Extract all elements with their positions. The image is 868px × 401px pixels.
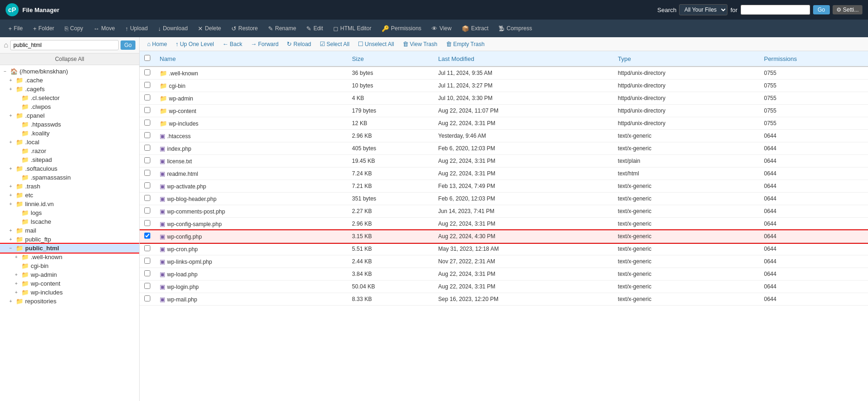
- forward-button[interactable]: → Forward: [247, 39, 282, 49]
- row-name[interactable]: ▣wp-load.php: [155, 268, 347, 281]
- table-row[interactable]: ▣readme.html 7.24 KB Aug 22, 2024, 3:31 …: [140, 167, 868, 180]
- row-checkbox[interactable]: [140, 142, 155, 155]
- table-row[interactable]: ▣wp-config.php 3.15 KB Aug 22, 2024, 4:3…: [140, 230, 868, 243]
- restore-button[interactable]: ↺ Restore: [227, 23, 262, 34]
- row-name[interactable]: 📁.well-known: [155, 67, 347, 80]
- html-editor-button[interactable]: ◻ HTML Editor: [329, 23, 376, 34]
- rename-button[interactable]: ✎ Rename: [263, 23, 301, 34]
- new-file-button[interactable]: + File: [4, 23, 27, 34]
- tree-item-etc[interactable]: + 📁 etc: [0, 191, 139, 200]
- row-checkbox[interactable]: [140, 243, 155, 255]
- tree-item-well-known[interactable]: + 📁 .well-known: [0, 253, 139, 261]
- empty-trash-button[interactable]: 🗑 Empty Trash: [442, 39, 488, 49]
- tree-item-lscache[interactable]: 📁 lscache: [0, 217, 139, 226]
- tree-item-public-ftp[interactable]: + 📁 public_ftp: [0, 235, 139, 244]
- row-name[interactable]: 📁cgi-bin: [155, 80, 347, 92]
- name-column-header[interactable]: Name: [155, 51, 347, 67]
- row-name[interactable]: ▣.htaccess: [155, 130, 347, 142]
- tree-item-public-html[interactable]: − 📁 public_html: [0, 244, 139, 253]
- row-checkbox[interactable]: [140, 67, 155, 80]
- row-checkbox[interactable]: [140, 268, 155, 281]
- search-go-button[interactable]: Go: [813, 5, 830, 14]
- row-name[interactable]: ▣wp-blog-header.php: [155, 193, 347, 205]
- row-name[interactable]: ▣wp-cron.php: [155, 243, 347, 255]
- table-row[interactable]: ▣wp-cron.php 5.51 KB May 31, 2023, 12:18…: [140, 243, 868, 255]
- row-name[interactable]: ▣wp-activate.php: [155, 180, 347, 193]
- row-name[interactable]: 📁wp-content: [155, 105, 347, 117]
- edit-button[interactable]: ✎ Edit: [302, 23, 328, 34]
- search-scope-select[interactable]: All Your Files: [679, 4, 727, 15]
- tree-item-root[interactable]: − 🏠 (/home/bknskhan): [0, 67, 139, 76]
- tree-item-wp-admin[interactable]: + 📁 wp-admin: [0, 270, 139, 279]
- reload-button[interactable]: ↻ Reload: [283, 39, 315, 49]
- row-checkbox[interactable]: [140, 205, 155, 218]
- row-checkbox[interactable]: [140, 105, 155, 117]
- table-row[interactable]: ▣wp-blog-header.php 351 bytes Feb 6, 202…: [140, 193, 868, 205]
- row-checkbox[interactable]: [140, 80, 155, 92]
- row-checkbox[interactable]: [140, 167, 155, 180]
- unselect-all-button[interactable]: ☐ Unselect All: [354, 39, 398, 49]
- tree-item-cgi-bin[interactable]: 📁 cgi-bin: [0, 261, 139, 270]
- table-row[interactable]: ▣wp-config-sample.php 2.96 KB Aug 22, 20…: [140, 218, 868, 230]
- path-go-button[interactable]: Go: [121, 40, 135, 50]
- table-row[interactable]: ▣wp-links-opml.php 2.44 KB Nov 27, 2022,…: [140, 255, 868, 268]
- table-row[interactable]: 📁wp-includes 12 KB Aug 22, 2024, 3:31 PM…: [140, 117, 868, 130]
- row-checkbox[interactable]: [140, 180, 155, 193]
- tree-item-wp-includes[interactable]: + 📁 wp-includes: [0, 288, 139, 297]
- row-name[interactable]: ▣wp-login.php: [155, 281, 347, 293]
- download-button[interactable]: ↓ Download: [153, 23, 192, 34]
- size-column-header[interactable]: Size: [347, 51, 433, 67]
- view-trash-button[interactable]: 🗑 View Trash: [399, 39, 441, 49]
- tree-item-local[interactable]: + 📁 .local: [0, 138, 139, 147]
- tree-item-koality[interactable]: 📁 .koality: [0, 129, 139, 138]
- tree-item-htpasswds[interactable]: 📁 .htpasswds: [0, 120, 139, 129]
- up-one-level-button[interactable]: ↑ Up One Level: [172, 39, 218, 49]
- row-checkbox[interactable]: [140, 230, 155, 243]
- tree-item-repositories[interactable]: + 📁 repositories: [0, 297, 139, 306]
- table-row[interactable]: 📁.well-known 36 bytes Jul 11, 2024, 9:35…: [140, 67, 868, 80]
- table-row[interactable]: 📁wp-admin 4 KB Jul 10, 2024, 3:30 PM htt…: [140, 92, 868, 105]
- collapse-all-button[interactable]: Collapse All: [0, 53, 139, 65]
- new-folder-button[interactable]: + Folder: [28, 23, 59, 34]
- tree-item-sitepad[interactable]: 📁 .sitepad: [0, 155, 139, 164]
- tree-item-mail[interactable]: + 📁 mail: [0, 226, 139, 235]
- table-row[interactable]: ▣wp-comments-post.php 2.27 KB Jun 14, 20…: [140, 205, 868, 218]
- row-name[interactable]: ▣index.php: [155, 142, 347, 155]
- tree-item-cpanel[interactable]: + 📁 .cpanel: [0, 111, 139, 120]
- view-button[interactable]: 👁 View: [427, 23, 456, 34]
- row-name[interactable]: ▣wp-config.php: [155, 230, 347, 243]
- search-input[interactable]: [740, 5, 810, 15]
- back-button[interactable]: ← Back: [219, 39, 246, 49]
- table-row[interactable]: 📁wp-content 179 bytes Aug 22, 2024, 11:0…: [140, 105, 868, 117]
- table-row[interactable]: ▣wp-activate.php 7.21 KB Feb 13, 2024, 7…: [140, 180, 868, 193]
- path-input[interactable]: [10, 40, 119, 50]
- table-row[interactable]: ▣license.txt 19.45 KB Aug 22, 2024, 3:31…: [140, 155, 868, 167]
- row-name[interactable]: ▣license.txt: [155, 155, 347, 167]
- tree-item-wp-content[interactable]: + 📁 wp-content: [0, 279, 139, 288]
- tree-item-linnie[interactable]: + 📁 linnie.id.vn: [0, 200, 139, 208]
- permissions-button[interactable]: 🔑 Permissions: [377, 23, 426, 34]
- tree-item-cache[interactable]: + 📁 .cache: [0, 76, 139, 85]
- row-checkbox[interactable]: [140, 92, 155, 105]
- tree-item-clwpos[interactable]: 📁 .clwpos: [0, 102, 139, 111]
- tree-item-spamassassin[interactable]: 📁 .spamassassin: [0, 173, 139, 182]
- table-row[interactable]: ▣wp-login.php 50.04 KB Aug 22, 2024, 3:3…: [140, 281, 868, 293]
- tree-item-trash[interactable]: + 📁 .trash: [0, 182, 139, 191]
- row-name[interactable]: ▣wp-comments-post.php: [155, 205, 347, 218]
- row-checkbox[interactable]: [140, 117, 155, 130]
- upload-button[interactable]: ↑ Upload: [121, 23, 153, 34]
- table-row[interactable]: ▣index.php 405 bytes Feb 6, 2020, 12:03 …: [140, 142, 868, 155]
- row-name[interactable]: 📁wp-includes: [155, 117, 347, 130]
- tree-item-logs[interactable]: 📁 logs: [0, 208, 139, 217]
- table-row[interactable]: ▣wp-mail.php 8.33 KB Sep 16, 2023, 12:20…: [140, 293, 868, 306]
- row-name[interactable]: ▣wp-links-opml.php: [155, 255, 347, 268]
- row-checkbox[interactable]: [140, 281, 155, 293]
- table-row[interactable]: ▣wp-load.php 3.84 KB Aug 22, 2024, 3:31 …: [140, 268, 868, 281]
- extract-button[interactable]: 📦 Extract: [457, 23, 493, 34]
- copy-button[interactable]: ⎘ Copy: [60, 23, 88, 34]
- row-checkbox[interactable]: [140, 293, 155, 306]
- tree-item-softaculous[interactable]: + 📁 .softaculous: [0, 164, 139, 173]
- tree-item-cagefs[interactable]: + 📁 .cagefs: [0, 85, 139, 94]
- move-button[interactable]: ↔ Move: [89, 23, 120, 34]
- row-checkbox[interactable]: [140, 218, 155, 230]
